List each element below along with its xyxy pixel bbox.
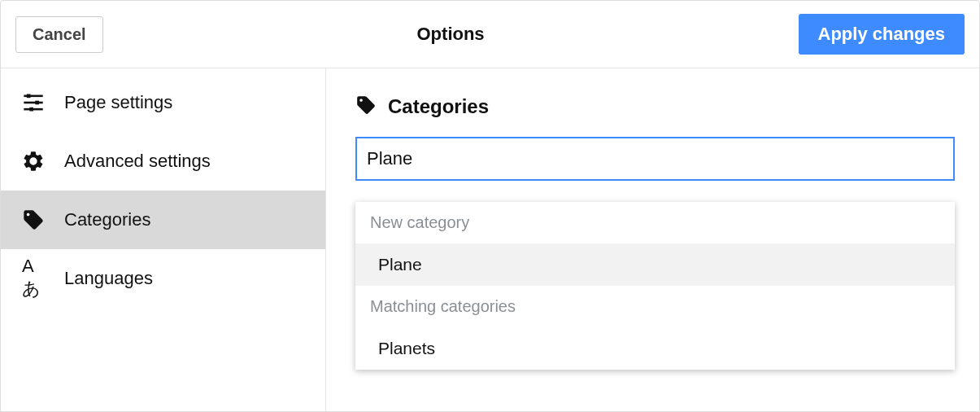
- sidebar-item-page-settings[interactable]: Page settings: [1, 73, 325, 132]
- svg-rect-5: [29, 107, 33, 112]
- svg-point-7: [359, 99, 362, 101]
- section-header: Categories: [355, 94, 955, 119]
- sidebar-item-categories[interactable]: Categories: [1, 191, 325, 249]
- dialog-title: Options: [417, 24, 485, 45]
- svg-rect-4: [35, 101, 39, 105]
- sidebar-item-label: Advanced settings: [64, 151, 211, 172]
- sidebar: Page settings Advanced settings: [1, 68, 326, 411]
- cancel-button[interactable]: Cancel: [15, 16, 103, 53]
- sliders-icon: [22, 91, 45, 114]
- dropdown-item-new[interactable]: Plane: [355, 243, 955, 286]
- sidebar-item-label: Page settings: [64, 92, 172, 113]
- category-dropdown: New category Plane Matching categories P…: [355, 202, 955, 370]
- main-panel: Categories New category Plane Matching c…: [326, 68, 979, 411]
- dialog-header: Cancel Options Apply changes: [1, 1, 979, 68]
- svg-rect-3: [27, 94, 31, 99]
- section-title: Categories: [388, 95, 489, 118]
- gear-icon: [22, 150, 45, 173]
- dropdown-new-category-label: New category: [355, 202, 955, 243]
- sidebar-item-languages[interactable]: Aあ Languages: [1, 249, 325, 308]
- tag-icon: [22, 208, 45, 231]
- tag-icon: [355, 94, 377, 119]
- dialog-body: Page settings Advanced settings: [1, 68, 979, 411]
- apply-changes-button[interactable]: Apply changes: [799, 14, 965, 55]
- sidebar-item-advanced-settings[interactable]: Advanced settings: [1, 132, 325, 191]
- options-dialog: Cancel Options Apply changes Page settin…: [0, 0, 980, 412]
- dropdown-matching-label: Matching categories: [355, 286, 955, 327]
- sidebar-item-label: Categories: [64, 209, 150, 230]
- category-input[interactable]: [367, 148, 943, 169]
- languages-icon: Aあ: [22, 267, 45, 290]
- svg-point-6: [27, 213, 30, 217]
- sidebar-item-label: Languages: [64, 268, 153, 289]
- category-input-wrap[interactable]: [355, 137, 955, 181]
- dropdown-item-match[interactable]: Planets: [355, 327, 955, 370]
